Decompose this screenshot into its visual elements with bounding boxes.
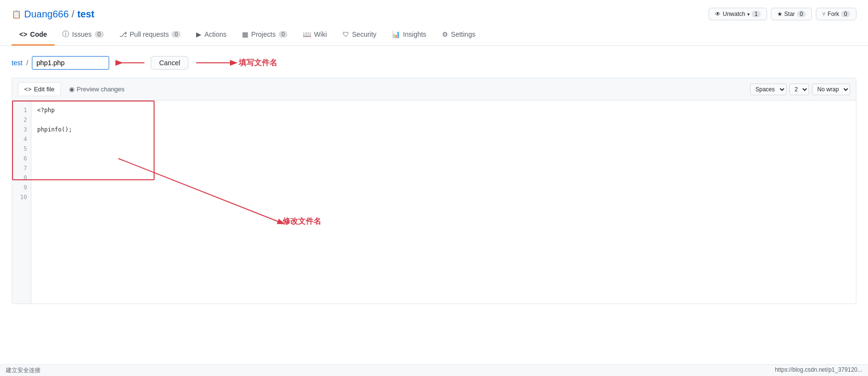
insights-icon: 📊 bbox=[392, 30, 400, 38]
tab-actions-label: Actions bbox=[204, 30, 227, 38]
code-icon: <> bbox=[19, 30, 27, 38]
unwatch-count: 1 bbox=[752, 11, 761, 17]
tab-pr-label: Pull requests bbox=[130, 30, 169, 38]
fork-label: Fork bbox=[827, 11, 839, 17]
repo-header: 📋 Duang666 / test 👁 Unwatch ▾ 1 ★ Star 0… bbox=[0, 0, 868, 24]
breadcrumb-separator: / bbox=[27, 59, 28, 67]
preview-label: Preview changes bbox=[77, 86, 125, 93]
projects-icon: ▦ bbox=[242, 30, 248, 38]
fork-button[interactable]: ⑂ Fork 0 bbox=[816, 8, 856, 20]
security-icon: 🛡 bbox=[342, 30, 349, 38]
preview-changes-tab[interactable]: ◉ Preview changes bbox=[63, 82, 131, 96]
editor-container: <> Edit file ◉ Preview changes Spaces 2 bbox=[12, 78, 856, 304]
filename-input[interactable] bbox=[32, 56, 109, 70]
cancel-button[interactable]: Cancel bbox=[151, 56, 188, 70]
tab-code[interactable]: <> Code bbox=[12, 24, 55, 45]
tab-code-label: Code bbox=[30, 30, 47, 38]
unwatch-caret: ▾ bbox=[747, 12, 750, 17]
star-icon: ★ bbox=[777, 11, 783, 17]
tab-settings-label: Settings bbox=[451, 30, 476, 38]
tab-issues-label: Issues bbox=[72, 30, 91, 38]
repo-owner-link[interactable]: Duang666 bbox=[24, 9, 69, 20]
fork-count: 0 bbox=[841, 11, 850, 17]
code-editor[interactable]: <?php phpinfo(); bbox=[31, 101, 856, 304]
settings-icon: ⚙ bbox=[442, 30, 448, 38]
editor-options: Spaces 2 No wrap bbox=[750, 84, 850, 95]
tab-insights-label: Insights bbox=[403, 30, 426, 38]
wiki-icon: 📖 bbox=[303, 30, 311, 38]
star-button[interactable]: ★ Star 0 bbox=[771, 8, 812, 20]
tab-insights[interactable]: 📊 Insights bbox=[384, 24, 434, 45]
unwatch-label: Unwatch bbox=[723, 11, 745, 17]
edit-file-icon: <> bbox=[24, 86, 31, 93]
repo-icon: 📋 bbox=[12, 10, 21, 19]
arrow-to-input bbox=[113, 56, 147, 70]
arrow-to-annotation1 bbox=[196, 56, 235, 70]
annotation-fill-filename: 填写文件名 bbox=[239, 58, 277, 68]
tab-pull-requests[interactable]: ⎇ Pull requests 0 bbox=[112, 24, 189, 45]
fork-icon: ⑂ bbox=[822, 11, 825, 17]
tab-settings[interactable]: ⚙ Settings bbox=[434, 24, 484, 45]
star-count: 0 bbox=[797, 11, 806, 17]
main-content: test / Cancel bbox=[0, 46, 868, 314]
tab-actions[interactable]: ▶ Actions bbox=[188, 24, 234, 45]
preview-icon: ◉ bbox=[69, 86, 74, 93]
tab-security-label: Security bbox=[352, 30, 377, 38]
wrap-select[interactable]: No wrap bbox=[812, 84, 850, 95]
pr-icon: ⎇ bbox=[119, 30, 127, 38]
edit-file-label: Edit file bbox=[34, 86, 55, 93]
spaces-select[interactable]: Spaces bbox=[750, 84, 786, 95]
tab-issues[interactable]: ⓘ Issues 0 bbox=[55, 24, 111, 45]
unwatch-button[interactable]: 👁 Unwatch ▾ 1 bbox=[709, 8, 767, 20]
eye-icon: 👁 bbox=[715, 11, 721, 17]
pr-badge: 0 bbox=[171, 31, 181, 38]
repo-title: 📋 Duang666 / test bbox=[12, 9, 94, 20]
tab-projects-label: Projects bbox=[251, 30, 276, 38]
edit-file-tab[interactable]: <> Edit file bbox=[18, 82, 61, 96]
repo-nav: <> Code ⓘ Issues 0 ⎇ Pull requests 0 ▶ A… bbox=[0, 24, 868, 46]
line-numbers: 1 2 3 4 5 6 7 8 9 10 bbox=[12, 101, 31, 304]
star-label: Star bbox=[784, 11, 795, 17]
editor-toolbar: <> Edit file ◉ Preview changes Spaces 2 bbox=[12, 78, 856, 101]
editor-tabs: <> Edit file ◉ Preview changes bbox=[18, 82, 133, 96]
editor-body: 修改文件名 1 2 3 4 5 6 7 8 9 10 <?php phpinfo… bbox=[12, 101, 856, 304]
breadcrumb-repo-link[interactable]: test bbox=[12, 59, 23, 67]
issues-icon: ⓘ bbox=[62, 30, 69, 39]
indent-select[interactable]: 2 bbox=[789, 84, 809, 95]
tab-wiki[interactable]: 📖 Wiki bbox=[295, 24, 334, 45]
breadcrumb-bar: test / Cancel bbox=[12, 56, 856, 70]
tab-projects[interactable]: ▦ Projects 0 bbox=[234, 24, 295, 45]
projects-badge: 0 bbox=[279, 31, 288, 38]
tab-wiki-label: Wiki bbox=[314, 30, 327, 38]
actions-icon: ▶ bbox=[196, 30, 201, 38]
repo-name-link[interactable]: test bbox=[77, 9, 95, 20]
tab-security[interactable]: 🛡 Security bbox=[335, 24, 384, 45]
repo-actions: 👁 Unwatch ▾ 1 ★ Star 0 ⑂ Fork 0 bbox=[709, 8, 856, 20]
issues-badge: 0 bbox=[95, 31, 104, 38]
repo-separator: / bbox=[71, 9, 74, 20]
